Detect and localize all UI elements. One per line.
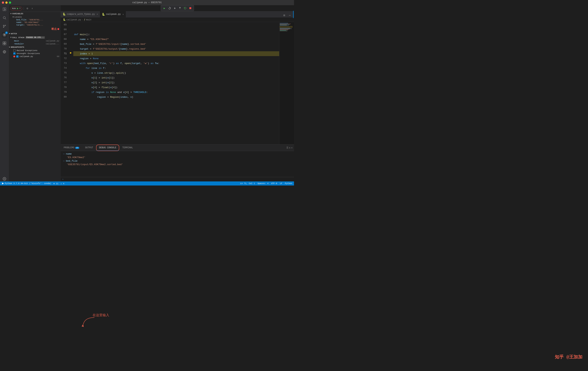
panel-filter-icon[interactable]: ☰ <box>286 147 288 149</box>
bp-raised-checkbox[interactable] <box>13 49 16 52</box>
panel-collapse-icon[interactable]: ∧ <box>289 147 291 149</box>
debug-stepover-btn[interactable] <box>168 6 172 10</box>
console-line-bedfile-arrow: → bed_file <box>63 159 292 162</box>
code-area[interactable]: 65 66 67 68 69 70 71 72 73 74 75 76 77 7… <box>61 22 279 144</box>
traffic-lights <box>2 1 11 4</box>
debug-continue-btn[interactable]: ▶ <box>162 6 167 10</box>
status-bar: Python 3.7.6 64-bit ('bioinfo': conda) ⊗… <box>0 181 294 186</box>
console-arrow-1: → <box>63 153 64 155</box>
minimize-button[interactable] <box>5 1 8 4</box>
status-position[interactable]: Ln 71, Col 1 <box>240 182 255 185</box>
sidebar-item-debug[interactable]: 1 <box>2 32 7 37</box>
ln-73: 73 <box>61 61 68 66</box>
ln-79: 79 <box>61 90 68 95</box>
code-line-77: v[2] = int(v[2]) <box>73 80 279 85</box>
bp-callpeak-label: callpeak.py <box>20 55 33 58</box>
sidebar-item-extensions[interactable] <box>2 41 7 46</box>
sidebar: RUN ▼ ⚙ ⬆ ▼ VARIABLES ▼ Locals bed_file:… <box>9 5 61 181</box>
console-input[interactable] <box>65 178 293 181</box>
debug-stepinto-btn[interactable] <box>173 6 177 10</box>
breadcrumb-func-icon: ƒ <box>84 19 85 21</box>
stack-func-module: <module> <box>14 43 24 45</box>
editor-area: ▶ <box>61 5 294 181</box>
breakpoints-section-header[interactable]: ▼ BREAKPOINTS <box>9 45 61 49</box>
code-line-66 <box>73 27 279 32</box>
svg-rect-0 <box>3 8 4 11</box>
code-content[interactable]: def main(): name = "ES.H3K79me2" bed_fil… <box>73 22 279 144</box>
new-debug-icon[interactable]: ⬆ <box>30 7 34 11</box>
tab-callpeak[interactable]: 🐍 callpeak.py ✕ <box>100 11 126 17</box>
ln-69: 69 <box>61 42 68 46</box>
debug-stop-btn[interactable] <box>188 6 192 10</box>
status-language[interactable]: Python <box>285 182 292 185</box>
problems-label: PROBLEMS <box>64 147 74 149</box>
code-line-79: if region is None and v[4] > THRESHOLD: <box>73 90 279 95</box>
callstack-section-header[interactable]: ▼ CALL STACK PAUSED ON STE... <box>9 36 61 39</box>
close-button[interactable] <box>2 1 4 4</box>
more-actions-icon[interactable]: ⋯ <box>288 13 292 17</box>
bp-raised-exceptions[interactable]: Raised Exceptions <box>9 49 61 52</box>
status-bar-right: Ln 71, Col 1 Spaces: 4 UTF-8 LF Python <box>240 182 292 185</box>
tab-compare-label: compare_with_fpkms.py <box>67 13 95 16</box>
panel-tab-terminal[interactable]: TERMINAL <box>119 145 136 151</box>
bp-uncaught-checkbox[interactable] <box>13 53 16 55</box>
ln-80: 80 <box>61 95 68 99</box>
toolbar-separator <box>24 7 24 10</box>
svg-rect-11 <box>3 43 4 45</box>
locals-section-header[interactable]: ▼ Locals <box>9 16 61 19</box>
watch-section-header[interactable]: ▼ WATCH <box>9 32 61 36</box>
code-line-69: bed_file = f'GSE35791/input/{name}.sorte… <box>73 42 279 46</box>
svg-point-6 <box>5 25 6 26</box>
debug-restart-btn[interactable] <box>183 6 187 10</box>
terminal-label: TERMINAL <box>122 147 133 149</box>
output-label: OUTPUT <box>85 147 93 149</box>
minimap <box>279 22 294 144</box>
status-errors[interactable]: ⊗ 11 <box>53 182 58 185</box>
svg-marker-15 <box>17 8 18 10</box>
sidebar-item-remote[interactable] <box>2 49 7 54</box>
maximize-button[interactable] <box>9 1 11 4</box>
code-panel: 65 66 67 68 69 70 71 72 73 74 75 76 77 7… <box>61 22 294 144</box>
bp-callpeak-checkbox[interactable] <box>16 55 19 58</box>
sidebar-item-settings[interactable] <box>2 176 7 181</box>
locals-chevron: ▼ <box>13 16 14 18</box>
tab-compare-close[interactable]: ✕ <box>97 13 98 15</box>
var-target: target: 'GSE35791/o... <box>9 24 61 26</box>
svg-rect-9 <box>3 42 4 43</box>
run-button[interactable]: RUN ▼ <box>10 7 22 10</box>
sidebar-item-scm[interactable] <box>2 24 7 29</box>
split-editor-icon[interactable]: ⊞ <box>282 13 286 17</box>
breadcrumb-func[interactable]: main <box>86 19 92 21</box>
status-encoding[interactable]: UTF-8 <box>271 182 277 185</box>
stack-frame-module[interactable]: <module> callpeak... <box>9 42 61 45</box>
panel-actions: ☰ ∧ ✕ <box>286 147 294 149</box>
run-label: RUN <box>12 7 16 10</box>
ln-75: 75 <box>61 71 68 75</box>
panel-tab-problems[interactable]: PROBLEMS 15 <box>61 145 82 151</box>
panel-tab-output[interactable]: OUTPUT <box>82 145 96 151</box>
tab-callpeak-close[interactable]: ✕ <box>123 13 124 16</box>
panel-tab-debug-console[interactable]: DEBUG CONSOLE <box>96 145 119 151</box>
variables-section-header[interactable]: ▼ VARIABLES <box>9 12 61 16</box>
svg-point-8 <box>4 34 5 35</box>
tab-compare-fpkms[interactable]: 🐍 compare_with_fpkms.py ✕ <box>61 11 100 17</box>
status-spaces[interactable]: Spaces: 4 <box>258 182 268 185</box>
bp-uncaught-exceptions[interactable]: Uncaught Exceptions <box>9 52 61 55</box>
settings-icon[interactable]: ⚙ <box>25 7 30 11</box>
stack-frame-main[interactable]: main callpeak.py <box>9 39 61 42</box>
callstack-label: CALL STACK <box>12 36 24 39</box>
status-python[interactable]: Python 3.7.6 64-bit ('bioinfo': conda) <box>5 182 51 185</box>
console-line-name-arrow: → name <box>63 153 292 155</box>
code-line-76: v[1] = int(v[1]) <box>73 75 279 80</box>
status-warnings[interactable]: ⚠ 4 <box>61 182 64 185</box>
run-dropdown-icon[interactable]: ▼ <box>20 7 21 10</box>
breadcrumb-file[interactable]: callpeak.py <box>66 19 81 21</box>
code-line-67: def main(): <box>73 32 279 37</box>
sidebar-item-search[interactable] <box>2 15 7 20</box>
bp-callpeak[interactable]: callpeak.py 69 <box>9 55 61 58</box>
status-line-ending[interactable]: LF <box>280 182 282 185</box>
panel-close-icon[interactable]: ✕ <box>291 147 293 149</box>
sidebar-item-explorer[interactable] <box>2 7 7 12</box>
breadcrumb-file-icon: 🐍 <box>63 18 66 21</box>
debug-stepout-btn[interactable] <box>178 6 182 10</box>
